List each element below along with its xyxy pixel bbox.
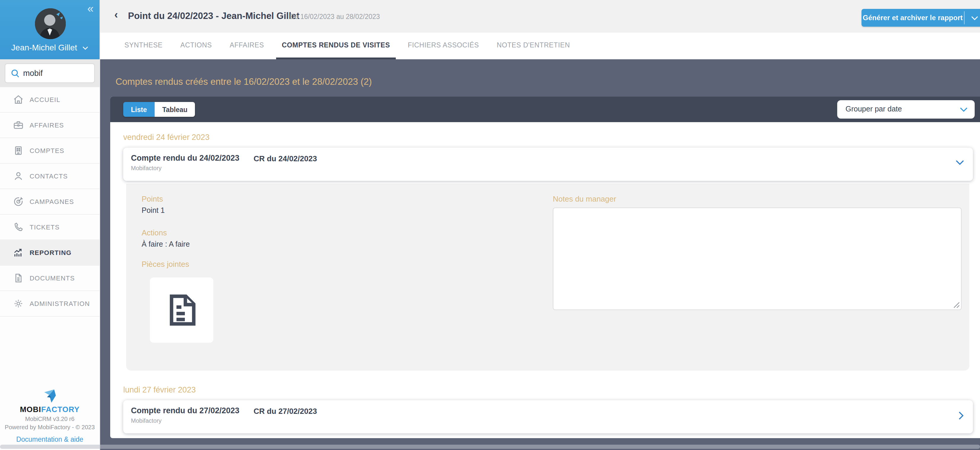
tab-notes-entretien[interactable]: NOTES D'ENTRETIEN bbox=[491, 33, 576, 59]
target-icon bbox=[13, 196, 24, 207]
gear-icon bbox=[13, 298, 24, 310]
attachment-thumbnail[interactable] bbox=[150, 278, 213, 343]
sidebar-item-label: DOCUMENTS bbox=[30, 274, 75, 282]
documentation-link[interactable]: Documentation & aide bbox=[16, 436, 83, 443]
generate-report-label: Générer et archiver le rapport bbox=[862, 14, 964, 22]
report-title: Compte rendu du 24/02/2023 bbox=[131, 153, 239, 163]
report-summary: CR du 27/02/2023 bbox=[254, 407, 317, 416]
chevron-down-icon[interactable] bbox=[965, 16, 980, 20]
collapse-sidebar-icon[interactable]: « bbox=[88, 2, 92, 15]
report-card[interactable]: Compte rendu du 27/02/2023 Mobifactory C… bbox=[123, 400, 973, 433]
page-title: Point du 24/02/2023 - Jean-Michel Gillet bbox=[128, 11, 299, 21]
view-toggle: Liste Tableau bbox=[123, 102, 195, 117]
group-by-select[interactable]: Grouper par date bbox=[837, 100, 975, 118]
view-toggle-tableau[interactable]: Tableau bbox=[154, 102, 195, 117]
sidebar-item-campagnes[interactable]: CAMPAGNES bbox=[0, 189, 100, 215]
sidebar-item-reporting[interactable]: REPORTING bbox=[0, 240, 100, 266]
manager-notes-label: Notes du manager bbox=[553, 195, 616, 203]
briefcase-icon bbox=[13, 119, 24, 131]
sidebar-item-label: ADMINISTRATION bbox=[30, 300, 90, 307]
sidebar-user-header: « Jean-Michel Gillet bbox=[0, 0, 100, 59]
sidebar-item-label: CAMPAGNES bbox=[30, 198, 74, 205]
search-icon bbox=[11, 69, 20, 78]
sidebar-search-area bbox=[0, 59, 100, 87]
user-name: Jean-Michel Gillet bbox=[11, 43, 77, 52]
page-header: ‹ Point du 24/02/2023 - Jean-Michel Gill… bbox=[100, 0, 980, 33]
tab-affaires[interactable]: AFFAIRES bbox=[224, 33, 270, 59]
sidebar-item-label: REPORTING bbox=[30, 249, 72, 256]
main-area: ‹ Point du 24/02/2023 - Jean-Michel Gill… bbox=[100, 0, 980, 450]
app-version: MobiCRM v3.20 r6 bbox=[0, 416, 100, 422]
horizontal-scrollbar[interactable] bbox=[0, 445, 980, 449]
sidebar-item-comptes[interactable]: COMPTES bbox=[0, 138, 100, 164]
sidebar-item-label: AFFAIRES bbox=[30, 121, 64, 129]
home-icon bbox=[13, 94, 24, 105]
group-by-value: Grouper par date bbox=[845, 105, 902, 113]
content-heading: Comptes rendus créés entre le 16/02/2023… bbox=[116, 77, 372, 87]
report-company: Mobifactory bbox=[131, 417, 161, 424]
back-icon[interactable]: ‹ bbox=[115, 9, 118, 21]
tab-comptes-rendus-de-visites[interactable]: COMPTES RENDUS DE VISITES bbox=[276, 33, 396, 59]
report-title: Compte rendu du 27/02/2023 bbox=[131, 406, 239, 415]
sidebar: « Jean-Michel Gillet bbox=[0, 0, 100, 450]
person-icon bbox=[13, 170, 24, 182]
sidebar-item-label: COMPTES bbox=[30, 147, 64, 154]
reports-list: vendredi 24 février 2023 Compte rendu du… bbox=[110, 122, 980, 433]
document-icon bbox=[167, 294, 196, 327]
phone-icon bbox=[13, 221, 24, 233]
brand-factory: FACTORY bbox=[41, 405, 80, 414]
building-icon bbox=[13, 145, 24, 156]
sidebar-item-accueil[interactable]: ACCUEIL bbox=[0, 87, 100, 113]
report-details: Points Point 1 Actions À faire : A faire… bbox=[126, 184, 969, 370]
report-card[interactable]: Compte rendu du 24/02/2023 Mobifactory C… bbox=[123, 148, 973, 181]
avatar[interactable] bbox=[35, 8, 66, 39]
sidebar-footer: MOBIFACTORY MobiCRM v3.20 r6 Powered by … bbox=[0, 388, 100, 444]
points-label: Points bbox=[142, 195, 163, 203]
date-range: Du 16/02/2023 au 28/02/2023 bbox=[290, 13, 380, 20]
attachments-label: Pièces jointes bbox=[142, 260, 189, 268]
sidebar-item-affaires[interactable]: AFFAIRES bbox=[0, 113, 100, 138]
chevron-down-icon bbox=[960, 107, 967, 112]
group-date-heading: lundi 27 février 2023 bbox=[123, 385, 980, 394]
sidebar-item-contacts[interactable]: CONTACTS bbox=[0, 164, 100, 189]
search-box bbox=[5, 64, 95, 83]
chart-icon bbox=[13, 247, 24, 259]
chevron-down-icon bbox=[82, 46, 88, 50]
sidebar-item-tickets[interactable]: TICKETS bbox=[0, 215, 100, 240]
tab-bar: SYNTHESE ACTIONS AFFAIRES COMPTES RENDUS… bbox=[100, 33, 980, 59]
actions-value: À faire : A faire bbox=[142, 240, 190, 249]
sidebar-item-documents[interactable]: DOCUMENTS bbox=[0, 266, 100, 291]
sidebar-item-administration[interactable]: ADMINISTRATION bbox=[0, 291, 100, 317]
brand-wordmark: MOBIFACTORY bbox=[0, 405, 100, 414]
generate-report-button[interactable]: Générer et archiver le rapport bbox=[862, 9, 980, 27]
report-company: Mobifactory bbox=[131, 165, 161, 171]
sidebar-item-label: CONTACTS bbox=[30, 172, 68, 180]
brand-mobi: MOBI bbox=[20, 405, 41, 414]
powered-by: Powered by MobiFactory - © 2023 bbox=[0, 424, 100, 431]
app-window: « Jean-Michel Gillet bbox=[0, 0, 980, 450]
tab-actions[interactable]: ACTIONS bbox=[175, 33, 218, 59]
user-menu[interactable]: Jean-Michel Gillet bbox=[0, 43, 100, 52]
chevron-down-icon[interactable] bbox=[956, 160, 964, 165]
manager-notes-textarea[interactable] bbox=[553, 207, 962, 310]
mobifactory-logo-icon bbox=[41, 388, 59, 404]
group-date-heading: vendredi 24 février 2023 bbox=[123, 133, 980, 142]
content-area: Comptes rendus créés entre le 16/02/2023… bbox=[100, 59, 980, 450]
actions-label: Actions bbox=[142, 228, 167, 237]
view-toggle-liste[interactable]: Liste bbox=[123, 102, 154, 117]
search-input[interactable] bbox=[23, 64, 93, 82]
sidebar-item-label: TICKETS bbox=[30, 223, 60, 231]
sidebar-menu: ACCUEIL AFFAIRES COMPTES CONTACTS CAMPAG… bbox=[0, 87, 100, 317]
tab-fichiers-associes[interactable]: FICHIERS ASSOCIÉS bbox=[402, 33, 485, 59]
document-icon bbox=[13, 272, 24, 284]
points-value: Point 1 bbox=[142, 206, 165, 215]
reports-toolbar: Liste Tableau Grouper par date bbox=[110, 97, 980, 122]
chevron-right-icon[interactable] bbox=[959, 412, 964, 420]
report-summary: CR du 24/02/2023 bbox=[254, 154, 317, 163]
tab-synthese[interactable]: SYNTHESE bbox=[118, 33, 169, 59]
sidebar-item-label: ACCUEIL bbox=[30, 96, 60, 103]
reports-panel: Liste Tableau Grouper par date vendredi … bbox=[110, 97, 980, 438]
